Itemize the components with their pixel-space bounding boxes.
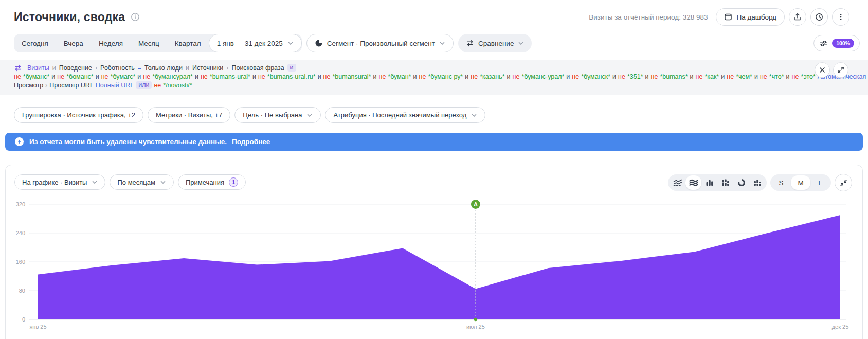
period-tab-4[interactable]: Квартал [167, 34, 209, 52]
area-chart-icon[interactable] [685, 175, 701, 190]
report-pill-1[interactable]: Метрики · Визиты, +7 [148, 107, 230, 123]
sampling-settings-button[interactable]: 100% [813, 35, 860, 51]
filter-token: не [323, 73, 331, 81]
stacked-bars-icon[interactable] [717, 175, 733, 190]
filter-token: Поведение [59, 64, 92, 72]
filter-token[interactable]: Полный URL [96, 81, 134, 90]
report-pill-label: Цель · Не выбрана [243, 111, 302, 119]
filter-token: и [96, 73, 99, 81]
pie-chart-icon[interactable] [733, 175, 749, 190]
filter-token: и [645, 73, 649, 81]
collapse-chart-button[interactable] [835, 174, 852, 191]
period-tab-3[interactable]: Месяц [131, 34, 167, 52]
kebab-menu-icon [837, 13, 845, 21]
to-dashboard-button[interactable]: На дашборд [716, 8, 785, 26]
filter-token[interactable]: Визиты [27, 64, 49, 72]
filter-token[interactable]: = [138, 64, 141, 72]
chart-pill-label: Примечания [186, 179, 224, 186]
y-axis-tick: 320 [16, 201, 25, 207]
filter-token: и [137, 73, 141, 81]
report-pill-2[interactable]: Цель · Не выбрана [234, 107, 321, 123]
filter-token: *bumansural* [332, 73, 371, 81]
period-tab-2[interactable]: Неделя [91, 34, 131, 52]
bars-chart-icon[interactable] [701, 175, 717, 190]
filter-token: и [690, 73, 694, 81]
report-pill-3[interactable]: Атрибуция · Последний значимый переход [325, 107, 485, 123]
period-tab-0[interactable]: Сегодня [14, 34, 56, 52]
filter-token: и [252, 73, 256, 81]
report-pill-label: Атрибуция · Последний значимый переход [333, 111, 466, 119]
sensitive-data-banner: Из отчета могли быть удалены чувствитель… [5, 133, 863, 151]
filter-token: не [792, 73, 799, 81]
filter-token: *bumans-ural.ru* [267, 73, 316, 81]
history-button[interactable] [810, 8, 828, 26]
chart-size-l[interactable]: L [810, 175, 830, 190]
filter-token: *351* [627, 73, 643, 81]
sliders-icon [819, 39, 828, 48]
x-axis-tick: янв 25 [29, 324, 46, 330]
filter-token: не [379, 73, 386, 81]
expand-icon [837, 66, 844, 74]
report-pill-0[interactable]: Группировка · Источник трафика, +2 [14, 107, 143, 123]
period-tab-1[interactable]: Вчера [56, 34, 91, 52]
date-range-picker[interactable]: 1 янв — 31 дек 2025 [209, 34, 302, 52]
filter-token: не [201, 73, 208, 81]
report-pill-label: Метрики · Визиты, +7 [156, 111, 222, 119]
filter-token: Роботность [100, 64, 135, 72]
filter-token: *чем* [736, 73, 752, 81]
dashboard-icon [724, 13, 732, 21]
filter-token: не [258, 73, 265, 81]
banner-details-link[interactable]: Подробнее [232, 138, 270, 146]
period-tabs: СегодняВчераНеделяМесяцКвартал 1 янв — 3… [14, 34, 302, 52]
filter-token: *bumans-ural* [210, 73, 250, 81]
filter-token: *буманс ру* [428, 73, 463, 81]
share-button[interactable] [789, 8, 806, 26]
filter-token: и [52, 64, 56, 72]
chart-setting-pill-1[interactable]: По месяцам [110, 174, 174, 190]
filter-token: *буманс* [23, 73, 49, 81]
clear-filters-button[interactable] [815, 62, 830, 78]
chart-setting-pill-0[interactable]: На графике · Визиты [14, 174, 105, 190]
info-icon[interactable] [131, 12, 140, 22]
metrica-sources-report: Источники, сводка Визиты за отчётный пер… [0, 0, 868, 339]
more-menu-button[interactable] [832, 8, 849, 26]
filter-token: не [513, 73, 520, 81]
compare-label: Сравнение [478, 40, 514, 47]
filter-token: Поисковая фраза [231, 64, 284, 72]
filter-token: *бумансурал* [152, 73, 193, 81]
chart-size-s[interactable]: S [771, 175, 791, 190]
filter-token: не [572, 73, 579, 81]
lines-chart-icon[interactable] [670, 175, 685, 190]
filter-token: и [566, 73, 570, 81]
filter-token: *bumans* [660, 73, 688, 81]
filter-token: *это* [801, 73, 815, 81]
filter-token: *буманск* [581, 73, 610, 81]
columns-chart-icon[interactable] [749, 175, 765, 190]
page-title: Источники, сводка [14, 10, 125, 24]
expand-filters-button[interactable] [833, 62, 848, 78]
segment-button[interactable]: Сегмент · Произвольный сегмент [306, 34, 454, 52]
report-settings-row: Группировка · Источник трафика, +2Метрик… [14, 107, 485, 123]
chart-pill-label: По месяцам [117, 179, 155, 186]
chart-size-m[interactable]: M [791, 175, 810, 190]
filter-token: не [14, 73, 21, 81]
filter-token: не [471, 73, 478, 81]
filter-operator-chip: или [136, 81, 152, 89]
compare-icon [466, 39, 474, 47]
report-pill-label: Группировка · Источник трафика, +2 [22, 111, 135, 119]
filter-token: *как* [704, 73, 719, 81]
visits-period-summary: Визиты за отчётный период: 328 983 [589, 13, 708, 21]
chevron-down-icon [439, 40, 445, 46]
filter-token: не [696, 73, 703, 81]
chart-settings-row: На графике · ВизитыПо месяцамПримечания1 [14, 174, 246, 190]
filter-token: *бумагс* [111, 73, 136, 81]
date-range-label: 1 янв — 31 дек 2025 [217, 40, 283, 47]
share-icon [793, 13, 802, 21]
compare-button[interactable]: Сравнение [458, 34, 532, 52]
segment-compare-icon [14, 64, 22, 72]
chart-setting-pill-2[interactable]: Примечания1 [178, 174, 246, 190]
filter-token: *казань* [480, 73, 504, 81]
banner-text: Из отчета могли быть удалены чувствитель… [29, 138, 227, 146]
visits-area-chart[interactable]: 080160240320Aянв 25июл 25дек 25 [6, 196, 863, 339]
visits-area-series [38, 215, 840, 319]
